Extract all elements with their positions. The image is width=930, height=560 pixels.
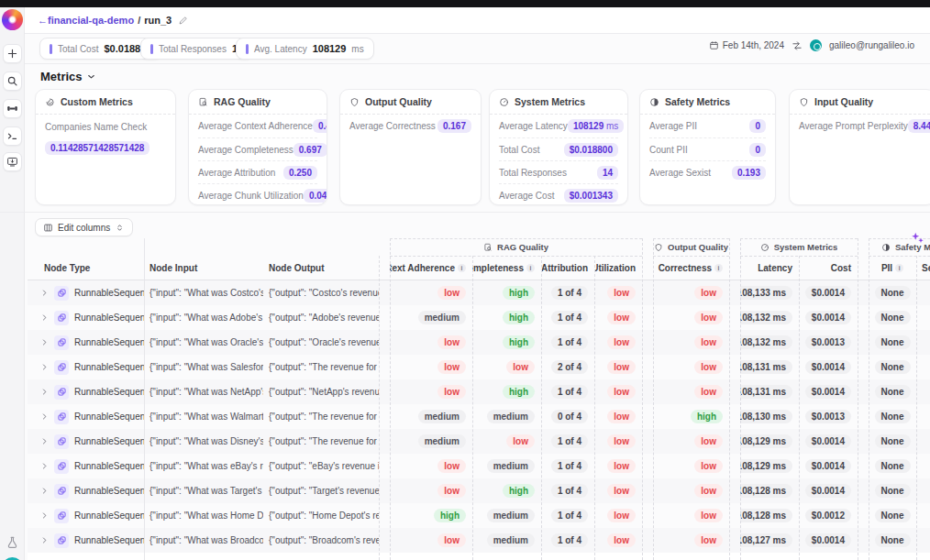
level-badge-low: low bbox=[607, 434, 636, 448]
table-row[interactable]: RunnableSequence{"input": "What was Broa… bbox=[28, 528, 930, 553]
column-header-node-output[interactable]: Node Output bbox=[263, 256, 379, 280]
info-icon[interactable]: i bbox=[714, 264, 723, 272]
sexist-cell bbox=[916, 355, 930, 379]
table-row[interactable]: RunnableSequence{"input": "What was eBay… bbox=[28, 454, 930, 478]
table-row[interactable]: RunnableSequence{"input": "What was Orac… bbox=[28, 330, 930, 355]
cell-spacer bbox=[729, 404, 740, 429]
column-header-latency[interactable]: Latency bbox=[740, 256, 799, 280]
cost-cell: $0.0013 bbox=[799, 330, 858, 355]
column-header-correctness[interactable]: Correctnessi bbox=[653, 256, 729, 280]
table-row[interactable]: RunnableSequence{"input": "What was Walm… bbox=[28, 404, 930, 429]
date-picker[interactable]: Feb 14th, 2024 bbox=[709, 40, 784, 50]
expand-chevron-icon[interactable] bbox=[40, 536, 49, 544]
stat-label: Total Responses bbox=[159, 44, 227, 54]
completeness-cell: medium bbox=[472, 503, 541, 528]
correctness-cell: low bbox=[653, 330, 729, 355]
metric-value-badge: 0.405 bbox=[313, 119, 327, 133]
level-badge-low: low bbox=[607, 459, 636, 473]
metric-row: Average Sexist0.193 bbox=[649, 160, 766, 183]
table-group-row: RAG QualityOutput QualitySystem MetricsS… bbox=[28, 238, 930, 256]
node-output-cell: {"output": "Target's revenue in ... bbox=[263, 478, 379, 503]
table-row[interactable]: RunnableSequence{"input": "What was Adob… bbox=[28, 305, 930, 330]
pii-cell: None bbox=[869, 330, 916, 355]
info-icon[interactable]: i bbox=[526, 264, 535, 272]
metrics-section-toggle[interactable]: Metrics bbox=[40, 70, 96, 83]
correctness-cell: high bbox=[653, 404, 729, 429]
table-row[interactable]: RunnableSequence{"input": "What was Sale… bbox=[28, 355, 930, 379]
column-header-node-input[interactable]: Node Input bbox=[144, 256, 263, 280]
level-badge-low: low bbox=[694, 385, 723, 399]
metric-row-label: Average Context Adherence bbox=[198, 121, 313, 131]
level-badge-medium: medium bbox=[487, 410, 535, 423]
experiment-flask-icon[interactable] bbox=[6, 535, 19, 549]
ai-sparkle-icon[interactable] bbox=[910, 231, 924, 246]
expand-chevron-icon[interactable] bbox=[40, 437, 49, 445]
completeness-cell: high bbox=[472, 330, 541, 355]
node-input-cell: {"input": "What was NetApp's r... bbox=[144, 379, 263, 404]
column-header-node-type[interactable]: Node Type bbox=[28, 256, 144, 280]
latency-cell: 108,129 ms bbox=[740, 429, 799, 454]
value-badge: 1 of 4 bbox=[551, 434, 588, 448]
pii-cell: None bbox=[869, 503, 916, 528]
cell-spacer bbox=[642, 478, 653, 503]
level-badge-low: low bbox=[437, 335, 466, 349]
expand-chevron-icon[interactable] bbox=[40, 363, 49, 371]
info-icon[interactable]: i bbox=[895, 264, 903, 272]
cell-spacer bbox=[642, 355, 653, 379]
table-row[interactable]: RunnableSequence{"input": "What was NetA… bbox=[28, 379, 930, 404]
attribution-cell: 1 of 4 bbox=[541, 528, 594, 553]
search-button[interactable] bbox=[3, 71, 22, 91]
cell-spacer bbox=[858, 528, 869, 553]
user-avatar[interactable] bbox=[810, 39, 822, 51]
breadcrumb-project-link[interactable]: ←financial-qa-demo bbox=[38, 15, 134, 26]
table-row[interactable]: RunnableSequence{"input": "What was Cost… bbox=[28, 280, 930, 305]
metric-row: Average PII0 bbox=[649, 115, 766, 137]
node-type-label: RunnableSequence bbox=[74, 436, 144, 446]
metric-row: Total Responses14 bbox=[499, 160, 618, 183]
level-badge-low: low bbox=[437, 286, 466, 300]
column-header-context-adherence[interactable]: Context Adherencei bbox=[390, 256, 472, 280]
level-badge-low: low bbox=[694, 360, 723, 374]
metric-row: Average Prompt Perplexity8.443 bbox=[799, 115, 925, 137]
column-header-completeness[interactable]: Completenessi bbox=[472, 256, 541, 280]
expand-chevron-icon[interactable] bbox=[40, 412, 49, 421]
edit-columns-button[interactable]: Edit columns bbox=[35, 218, 133, 236]
stat-value: 108129 bbox=[313, 43, 347, 54]
expand-chevron-icon[interactable] bbox=[40, 338, 49, 346]
expand-chevron-icon[interactable] bbox=[40, 462, 49, 470]
node-type-label: RunnableSequence bbox=[74, 461, 144, 471]
expand-chevron-icon[interactable] bbox=[40, 487, 49, 495]
column-header-cost[interactable]: Cost bbox=[799, 256, 858, 280]
level-badge-high: high bbox=[691, 410, 723, 423]
stat-accent-bar bbox=[246, 44, 249, 54]
table-row[interactable]: RunnableSequence{"input": "What was Disn… bbox=[28, 429, 930, 454]
column-header-pii[interactable]: PIIi bbox=[869, 256, 916, 280]
info-icon[interactable]: i bbox=[458, 264, 466, 272]
column-header-attribution[interactable]: Attribution bbox=[541, 256, 594, 280]
value-badge: 108,128 ms bbox=[740, 509, 792, 522]
stat-label: Avg. Latency bbox=[254, 44, 307, 54]
column-header-sexist[interactable]: Sexist bbox=[916, 256, 930, 280]
expand-chevron-icon[interactable] bbox=[40, 289, 49, 297]
edit-run-name-icon[interactable] bbox=[178, 16, 188, 26]
stat-accent-bar bbox=[150, 44, 153, 54]
user-email[interactable]: galileo@rungalileo.io bbox=[829, 40, 914, 50]
cost-cell: $0.0014 bbox=[799, 429, 858, 454]
cell-spacer bbox=[379, 305, 390, 330]
attribution-cell: 1 of 4 bbox=[541, 280, 594, 305]
expand-chevron-icon[interactable] bbox=[40, 511, 49, 520]
correctness-cell: low bbox=[653, 379, 729, 404]
value-badge: $0.0013 bbox=[805, 335, 851, 349]
table-row[interactable]: RunnableSequence{"input": "What was Home… bbox=[28, 503, 930, 528]
value-badge: 108,129 ms bbox=[740, 434, 792, 448]
expand-chevron-icon[interactable] bbox=[40, 388, 49, 396]
node-type-label: RunnableSequence bbox=[74, 337, 144, 347]
metric-card-output-quality: Output QualityAverage Correctness0.167 bbox=[339, 89, 482, 205]
new-project-button[interactable] bbox=[3, 44, 22, 63]
expand-chevron-icon[interactable] bbox=[40, 313, 49, 322]
cell-spacer bbox=[729, 305, 740, 330]
column-header-utilization[interactable]: Utilization bbox=[594, 256, 642, 280]
compare-runs-icon[interactable] bbox=[792, 40, 803, 51]
galileo-logo[interactable] bbox=[2, 9, 23, 30]
table-row[interactable]: RunnableSequence{"input": "What was Targ… bbox=[28, 478, 930, 503]
